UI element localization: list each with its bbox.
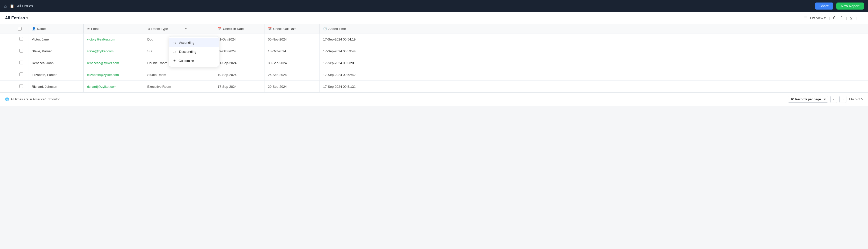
col-added-time-header[interactable]: 🕐 Added Time: [319, 24, 868, 33]
col-checkin-header[interactable]: 📅 Check-In Date: [214, 24, 264, 33]
select-all-checkbox[interactable]: [18, 27, 22, 31]
row-email-2[interactable]: rebeccac@zylker.com: [83, 57, 144, 69]
expand-icon: ⊞: [3, 27, 6, 31]
row-checkin-3: 19-Sep-2024: [214, 69, 264, 81]
email-link-0[interactable]: victory@zylker.com: [87, 37, 115, 41]
calendar-icon-checkout: 📅: [268, 27, 272, 30]
title-chevron-icon: ▾: [26, 16, 28, 20]
row-checkbox-0[interactable]: [14, 33, 28, 45]
subheader-actions: ☰ List View ▾ | ⏱ ⇧ | ⧖ | ···: [804, 16, 863, 20]
row-expand-1: [0, 45, 14, 57]
row-expand-2: [0, 57, 14, 69]
sort-dropdown-arrow: ▼: [185, 27, 187, 30]
ascending-icon: ↑↓: [173, 40, 177, 45]
row-checkbox-input-1[interactable]: [19, 49, 23, 53]
filter-lines-icon: ☰: [804, 16, 807, 20]
clock-icon[interactable]: ⏱: [833, 16, 837, 20]
next-page-button[interactable]: ›: [839, 96, 846, 103]
pagination-controls: 10 Records per page25 Records per page50…: [787, 96, 863, 103]
entries-table: ⊞ 👤 Name ✉ Email: [0, 24, 868, 92]
table-header-row: ⊞ 👤 Name ✉ Email: [0, 24, 868, 33]
share-icon[interactable]: ⇧: [840, 16, 843, 20]
table-row: Steve, Karner steve@zylker.com Sui 09-Oc…: [0, 45, 868, 57]
page-title[interactable]: All Entries ▾: [5, 16, 28, 20]
globe-icon: 🌐: [5, 97, 9, 101]
row-expand-3: [0, 69, 14, 81]
table-body: Victor, Jane victory@zylker.com Dou 31-O…: [0, 33, 868, 92]
email-icon: ✉: [87, 27, 90, 30]
person-icon: 👤: [32, 27, 36, 30]
row-name-4: Richard, Johnson: [28, 81, 83, 92]
table-row: Victor, Jane victory@zylker.com Dou 31-O…: [0, 33, 868, 45]
home-icon[interactable]: ⌂: [4, 3, 7, 9]
divider3: |: [856, 16, 857, 20]
row-email-1[interactable]: steve@zylker.com: [83, 45, 144, 57]
table-row: Rebecca, John rebeccac@zylker.com Double…: [0, 57, 868, 69]
row-checkin-1: 09-Oct-2024: [214, 45, 264, 57]
grid-icon: ⊟: [148, 27, 150, 30]
row-name-2: Rebecca, John: [28, 57, 83, 69]
row-checkbox-3[interactable]: [14, 69, 28, 81]
row-checkbox-4[interactable]: [14, 81, 28, 92]
sort-descending-item[interactable]: ↓↑ Descending: [169, 47, 219, 56]
timezone-label: All times are in America/Edmonton: [10, 97, 61, 101]
row-name-3: Elizabeth, Parker: [28, 69, 83, 81]
share-button[interactable]: Share: [815, 2, 833, 9]
row-checkbox-input-0[interactable]: [19, 37, 23, 41]
col-checkout-header[interactable]: 📅 Check-Out Date: [264, 24, 319, 33]
row-checkout-3: 26-Sep-2024: [264, 69, 319, 81]
row-checkbox-2[interactable]: [14, 57, 28, 69]
row-expand-4: [0, 81, 14, 92]
more-options-icon[interactable]: ···: [860, 16, 863, 20]
row-checkin-4: 17-Sep-2024: [214, 81, 264, 92]
sort-ascending-item[interactable]: ↑↓ Ascending: [169, 38, 219, 47]
view-chevron-icon: ▾: [824, 16, 826, 20]
row-checkout-1: 18-Oct-2024: [264, 45, 319, 57]
prev-page-button[interactable]: ‹: [830, 96, 837, 103]
row-checkin-2: 21-Sep-2024: [214, 57, 264, 69]
view-selector[interactable]: List View ▾: [810, 16, 826, 20]
per-page-select[interactable]: 10 Records per page25 Records per page50…: [787, 96, 828, 103]
sort-dropdown: ↑↓ Ascending ↓↑ Descending ✦ Customize: [169, 36, 219, 67]
col-expand: ⊞: [0, 24, 14, 33]
new-report-button[interactable]: New Report: [836, 2, 864, 9]
email-link-2[interactable]: rebeccac@zylker.com: [87, 61, 119, 65]
col-email-header[interactable]: ✉ Email: [83, 24, 144, 33]
row-checkbox-input-4[interactable]: [19, 84, 23, 88]
table-row: Elizabeth, Parker elizabeth@zylker.com S…: [0, 69, 868, 81]
divider2: |: [846, 16, 847, 20]
row-roomtype-4: Executive Room: [144, 81, 214, 92]
email-link-4[interactable]: richardj@zylker.com: [87, 85, 117, 88]
row-checkin-0: 31-Oct-2024: [214, 33, 264, 45]
clock-header-icon: 🕐: [323, 27, 327, 30]
col-checkbox[interactable]: [14, 24, 28, 33]
top-navigation: ⌂ 📋 All Entries Share New Report: [0, 0, 868, 12]
col-roomtype-header[interactable]: ⊟ Room Type ▼ ↑↓ Ascending ↓↑ Descending: [144, 24, 214, 33]
email-link-3[interactable]: elizabeth@zylker.com: [87, 73, 119, 77]
row-email-4[interactable]: richardj@zylker.com: [83, 81, 144, 92]
row-checkout-0: 05-Nov-2024: [264, 33, 319, 45]
row-name-1: Steve, Karner: [28, 45, 83, 57]
row-checkbox-input-2[interactable]: [19, 61, 23, 64]
col-name-header[interactable]: 👤 Name: [28, 24, 83, 33]
row-added-0: 17-Sep-2024 00:54:19: [319, 33, 868, 45]
descending-icon: ↓↑: [173, 50, 177, 54]
sort-customize-item[interactable]: ✦ Customize: [169, 56, 219, 65]
row-name-0: Victor, Jane: [28, 33, 83, 45]
footer: 🌐 All times are in America/Edmonton 10 R…: [0, 92, 868, 106]
page-info: 1 to 5 of 5: [848, 97, 863, 101]
customize-icon: ✦: [173, 59, 176, 63]
nav-title: All Entries: [17, 4, 33, 8]
row-checkout-4: 20-Sep-2024: [264, 81, 319, 92]
row-added-1: 17-Sep-2024 00:53:44: [319, 45, 868, 57]
row-checkbox-input-3[interactable]: [19, 73, 23, 76]
row-email-3[interactable]: elizabeth@zylker.com: [83, 69, 144, 81]
table-container: ⊞ 👤 Name ✉ Email: [0, 24, 868, 92]
email-link-1[interactable]: steve@zylker.com: [87, 49, 114, 53]
row-added-2: 17-Sep-2024 00:53:01: [319, 57, 868, 69]
entries-icon: 📋: [10, 4, 14, 8]
subheader: All Entries ▾ ☰ List View ▾ | ⏱ ⇧ | ⧖ | …: [0, 12, 868, 24]
row-email-0[interactable]: victory@zylker.com: [83, 33, 144, 45]
filter-icon[interactable]: ⧖: [850, 16, 853, 20]
row-checkbox-1[interactable]: [14, 45, 28, 57]
